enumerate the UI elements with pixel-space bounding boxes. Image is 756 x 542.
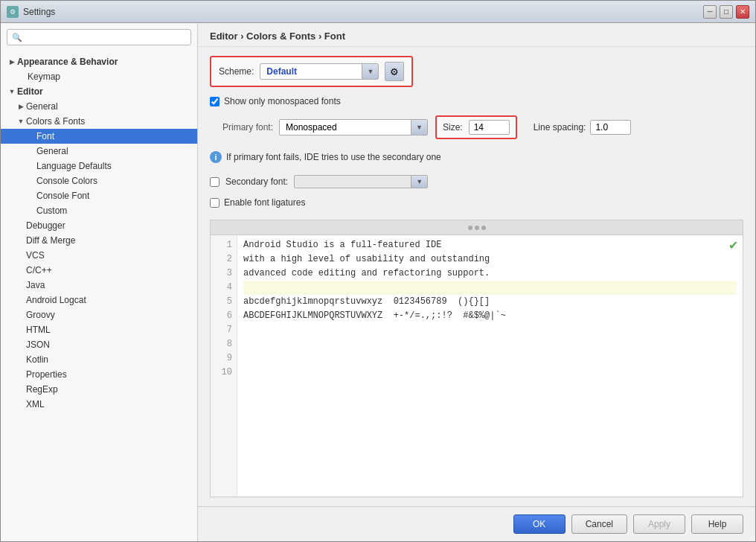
sidebar-item-label: C/C++: [26, 265, 52, 275]
sidebar-item-label: Keymap: [28, 71, 60, 82]
minimize-button[interactable]: ─: [703, 5, 717, 19]
sidebar-item-console-colors[interactable]: Console Colors: [1, 173, 197, 188]
sidebar-item-appearance[interactable]: ▶ Appearance & Behavior: [1, 54, 197, 69]
size-label: Size:: [443, 122, 463, 133]
sidebar-item-label: RegExp: [26, 384, 58, 395]
sidebar-item-colors-fonts[interactable]: ▼ Colors & Fonts: [1, 114, 197, 129]
sidebar-item-console-font[interactable]: Console Font: [1, 188, 197, 203]
primary-font-value: Monospaced: [280, 120, 411, 135]
maximize-button[interactable]: □: [720, 5, 733, 19]
scheme-gear-button[interactable]: ⚙: [385, 62, 404, 81]
sidebar-item-properties[interactable]: Properties: [1, 367, 197, 382]
checkmark-icon: ✔: [728, 238, 738, 252]
sidebar-item-diff-merge[interactable]: Diff & Merge: [1, 233, 197, 248]
line-numbers: 1 2 3 4 5 6 7 8 9 10: [211, 235, 237, 497]
sidebar-item-label: Console Font: [36, 191, 89, 201]
sidebar-item-regexp[interactable]: RegExp: [1, 382, 197, 397]
info-text: If primary font fails, IDE tries to use …: [226, 152, 441, 162]
tree-container: ▶ Appearance & Behavior Keymap ▼ Editor …: [1, 51, 197, 541]
code-line: [243, 323, 737, 337]
sidebar-item-custom[interactable]: Custom: [1, 203, 197, 218]
sidebar-item-label: Language Defaults: [36, 161, 112, 171]
sidebar-item-java[interactable]: Java: [1, 278, 197, 293]
main-content: 🔍 ▶ Appearance & Behavior Keymap ▼ Edito…: [1, 23, 755, 541]
show-monospaced-row: Show only monospaced fonts: [210, 96, 743, 106]
sidebar-item-label: Appearance & Behavior: [17, 57, 118, 67]
sidebar-item-json[interactable]: JSON: [1, 337, 197, 352]
sidebar-item-keymap[interactable]: Keymap: [1, 69, 197, 84]
apply-button[interactable]: Apply: [633, 514, 685, 534]
title-bar: ⚙ Settings ─ □ ✕: [1, 1, 755, 23]
sidebar-item-label: Groovy: [26, 310, 55, 320]
sidebar-item-label: Properties: [26, 369, 67, 380]
enable-ligatures-checkbox[interactable]: [210, 198, 220, 208]
arrow-icon: ▼: [7, 88, 17, 95]
line-spacing-input[interactable]: [590, 120, 631, 135]
primary-font-dropdown-arrow[interactable]: ▼: [411, 120, 427, 135]
code-area: Android Studio is a full-featured IDE wi…: [237, 235, 743, 497]
sidebar-item-label: Console Colors: [36, 176, 97, 186]
panel-content: Scheme: Default ▼ ⚙ Show only monospaced…: [198, 47, 755, 506]
secondary-font-label[interactable]: Secondary font:: [225, 176, 288, 187]
sidebar-item-editor[interactable]: ▼ Editor: [1, 84, 197, 99]
sidebar-item-android-logcat[interactable]: Android Logcat: [1, 293, 197, 307]
dot: [481, 226, 486, 230]
settings-window: ⚙ Settings ─ □ ✕ 🔍 ▶ Appearance & Behavi…: [0, 0, 756, 542]
breadcrumb: Editor › Colors & Fonts › Font: [198, 23, 755, 47]
sidebar-item-label: Kotlin: [26, 354, 48, 365]
ok-button[interactable]: OK: [513, 514, 566, 534]
enable-ligatures-label[interactable]: Enable font ligatures: [224, 197, 305, 208]
show-monospaced-label[interactable]: Show only monospaced fonts: [224, 96, 341, 106]
secondary-font-dropdown[interactable]: ▼: [294, 175, 428, 188]
scheme-row: Scheme: Default ▼ ⚙: [210, 56, 413, 87]
primary-font-label: Primary font:: [210, 122, 273, 133]
sidebar-item-label: VCS: [26, 250, 45, 261]
sidebar-item-language-defaults[interactable]: Language Defaults: [1, 159, 197, 173]
sidebar-item-label: Android Logcat: [26, 295, 86, 305]
code-line: [243, 366, 737, 380]
secondary-font-value: [295, 179, 411, 184]
search-input[interactable]: [25, 32, 186, 42]
code-line: Android Studio is a full-featured IDE: [243, 238, 737, 252]
secondary-font-dropdown-arrow[interactable]: ▼: [411, 176, 427, 188]
sidebar-item-html[interactable]: HTML: [1, 322, 197, 337]
scheme-dropdown[interactable]: Default ▼: [260, 63, 379, 80]
sidebar-item-label: JSON: [26, 339, 50, 350]
scheme-dropdown-arrow[interactable]: ▼: [362, 64, 378, 79]
secondary-font-checkbox[interactable]: [210, 177, 220, 187]
code-line: advanced code editing and refactoring su…: [243, 267, 737, 281]
sidebar-item-label: Editor: [17, 86, 43, 97]
help-button[interactable]: Help: [691, 514, 743, 534]
code-line: [243, 351, 737, 366]
code-line: ABCDEFGHIJKLMNOPQRSTUVWXYZ +-*/=.,;:!? #…: [243, 309, 737, 323]
close-button[interactable]: ✕: [736, 5, 749, 19]
search-box[interactable]: 🔍: [7, 29, 191, 45]
info-row: i If primary font fails, IDE tries to us…: [210, 148, 743, 166]
sidebar-item-label: XML: [26, 399, 45, 409]
line-spacing-group: Line spacing:: [525, 120, 632, 135]
sidebar-item-vcs[interactable]: VCS: [1, 248, 197, 263]
dot: [468, 226, 472, 230]
sidebar-item-label: General: [26, 101, 58, 112]
dot: [475, 226, 479, 230]
primary-font-dropdown[interactable]: Monospaced ▼: [279, 119, 428, 136]
sidebar-item-debugger[interactable]: Debugger: [1, 218, 197, 233]
sidebar-item-label: Java: [26, 280, 45, 290]
sidebar-item-general2[interactable]: General: [1, 144, 197, 159]
sidebar-item-general[interactable]: ▶ General: [1, 99, 197, 114]
sidebar-item-cpp[interactable]: C/C++: [1, 263, 197, 278]
line-spacing-label: Line spacing:: [534, 122, 586, 133]
arrow-icon: ▼: [16, 118, 26, 125]
sidebar-item-kotlin[interactable]: Kotlin: [1, 352, 197, 367]
size-input[interactable]: [469, 120, 510, 135]
ligatures-row: Enable font ligatures: [210, 197, 743, 208]
sidebar-item-label: General: [36, 146, 68, 156]
preview-content: 1 2 3 4 5 6 7 8 9 10 Android Studi: [211, 235, 743, 497]
sidebar-item-xml[interactable]: XML: [1, 397, 197, 412]
sidebar-item-label: Custom: [36, 205, 67, 216]
sidebar-item-groovy[interactable]: Groovy: [1, 307, 197, 322]
show-monospaced-checkbox[interactable]: [210, 97, 220, 106]
cancel-button[interactable]: Cancel: [571, 514, 627, 534]
sidebar-item-label: Diff & Merge: [26, 235, 75, 246]
sidebar-item-font[interactable]: Font: [1, 129, 197, 144]
